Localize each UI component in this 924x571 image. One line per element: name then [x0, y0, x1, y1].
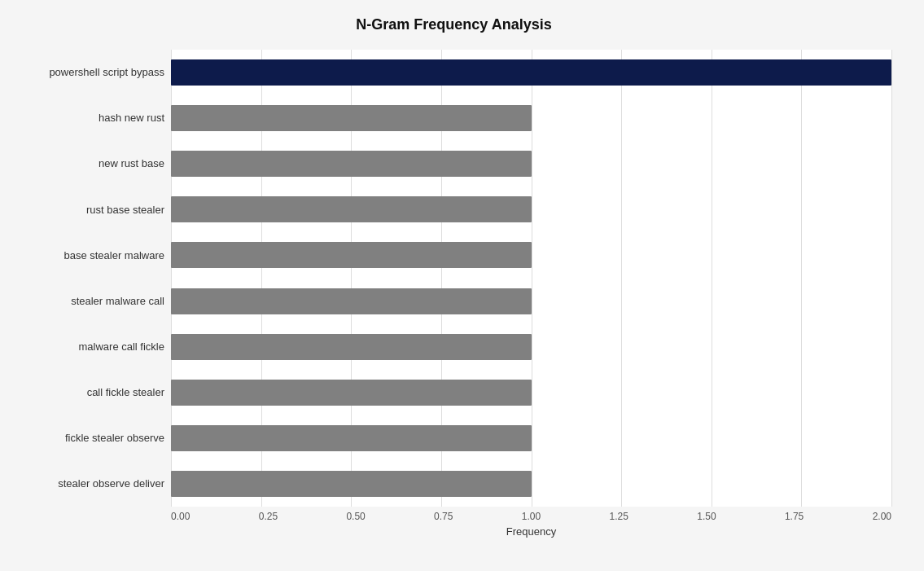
bar-3: [171, 196, 532, 222]
bar-1: [171, 105, 532, 131]
y-label-3: rust base stealer: [16, 187, 164, 232]
y-label-0: powershell script bypass: [16, 50, 164, 95]
bar-8: [171, 425, 532, 451]
bar-5: [171, 288, 532, 314]
x-tick-3: 0.75: [434, 511, 453, 522]
bar-4: [171, 242, 532, 268]
y-label-4: base stealer malware: [16, 232, 164, 278]
bar-0: [171, 59, 891, 86]
x-tick-5: 1.25: [610, 511, 628, 522]
x-axis: 0.000.250.500.751.001.251.501.752.00: [171, 507, 891, 522]
x-tick-6: 1.50: [697, 511, 716, 522]
bar-row-9: [171, 466, 891, 502]
bar-row-0: [171, 55, 891, 90]
bar-6: [171, 334, 532, 360]
bar-9: [171, 471, 532, 497]
plot-area: [171, 50, 891, 507]
chart-container: N-Gram Frequency Analysis powershell scr…: [0, 0, 924, 571]
bar-row-7: [171, 375, 891, 411]
y-label-1: hash new rust: [16, 95, 164, 141]
bars-section: [171, 50, 891, 507]
y-label-6: malware call fickle: [16, 324, 164, 370]
x-axis-wrapper: 0.000.250.500.751.001.251.501.752.00 Fre…: [171, 507, 891, 538]
x-tick-7: 1.75: [785, 511, 804, 522]
bar-2: [171, 151, 532, 177]
y-label-9: stealer observe deliver: [16, 461, 164, 507]
bar-row-2: [171, 146, 891, 182]
x-tick-4: 1.00: [522, 511, 541, 522]
bar-row-1: [171, 100, 891, 136]
bar-row-5: [171, 283, 891, 319]
y-label-2: new rust base: [16, 141, 164, 187]
bar-row-3: [171, 191, 891, 227]
chart-area: powershell script bypasshash new rustnew…: [16, 50, 891, 507]
y-label-5: stealer malware call: [16, 278, 164, 323]
x-tick-0: 0.00: [171, 511, 190, 522]
bar-7: [171, 380, 532, 406]
y-label-7: call fickle stealer: [16, 370, 164, 415]
chart-title: N-Gram Frequency Analysis: [16, 16, 891, 33]
y-axis: powershell script bypasshash new rustnew…: [16, 50, 171, 507]
bar-row-8: [171, 420, 891, 456]
x-tick-8: 2.00: [873, 511, 891, 522]
x-axis-label: Frequency: [171, 525, 891, 538]
y-label-8: fickle stealer observe: [16, 415, 164, 461]
grid-line: [891, 50, 892, 507]
bar-row-6: [171, 329, 891, 365]
x-tick-2: 0.50: [346, 511, 365, 522]
x-tick-1: 0.25: [259, 511, 278, 522]
bar-row-4: [171, 237, 891, 273]
